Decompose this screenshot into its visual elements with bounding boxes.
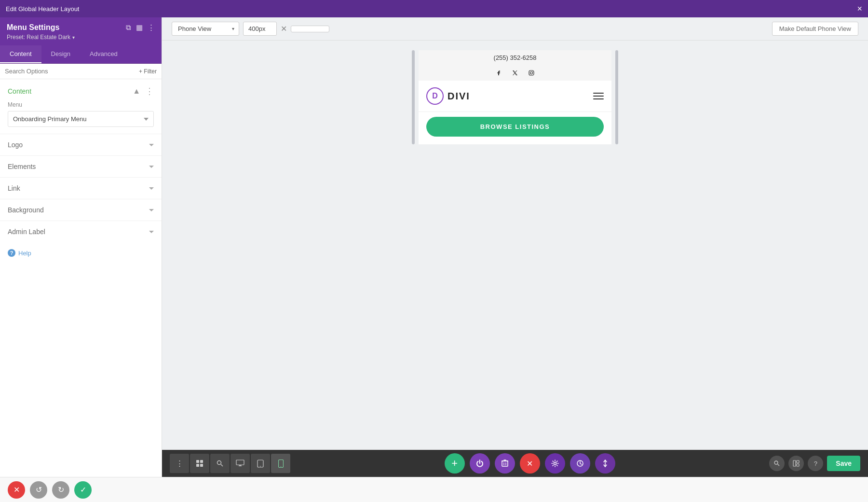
view-select-wrap: Phone View Tablet View Desktop View ▾ — [172, 22, 239, 36]
link-section-label: Link — [8, 184, 20, 192]
svg-point-24 — [774, 461, 778, 464]
add-button[interactable]: + — [445, 453, 465, 474]
svg-rect-3 — [196, 460, 199, 463]
toolbar-grid-button[interactable] — [190, 454, 209, 473]
logo-chevron-icon — [149, 144, 154, 146]
phone-frame: (255) 352-6258 — [419, 50, 611, 144]
link-section-header[interactable]: Link — [0, 178, 162, 199]
bottom-center-tools: + ✕ — [290, 453, 769, 474]
elements-section-label: Elements — [8, 163, 36, 170]
make-default-button[interactable]: Make Default Phone View — [772, 22, 858, 36]
arrows-button[interactable] — [595, 453, 615, 474]
site-header-topbar: (255) 352-6258 — [419, 50, 611, 65]
content-section-title: Content — [8, 87, 31, 95]
help-label: Help — [18, 250, 31, 257]
admin-label-section: Admin Label — [0, 221, 162, 242]
divi-text: DIVI — [448, 91, 470, 102]
confirm-button[interactable]: ✓ — [74, 481, 92, 499]
bottom-toolbar: ⋮ — [162, 450, 868, 477]
background-section-header[interactable]: Background — [0, 199, 162, 221]
logo-section-label: Logo — [8, 141, 23, 149]
toolbar-tablet-button[interactable] — [251, 454, 270, 473]
preview-toolbar: Phone View Tablet View Desktop View ▾ ✕ … — [162, 17, 868, 41]
more-options-icon[interactable]: ⋮ — [148, 23, 155, 32]
menu-label: Menu — [8, 101, 154, 108]
svg-rect-16 — [502, 461, 508, 466]
power-button[interactable] — [470, 453, 490, 474]
svg-point-21 — [554, 462, 556, 465]
link-chevron-icon — [149, 187, 154, 190]
toolbar-phone-button[interactable] — [271, 454, 290, 473]
view-select[interactable]: Phone View Tablet View Desktop View — [172, 22, 239, 36]
browse-listings-button[interactable]: BROWSE LISTINGS — [426, 117, 604, 137]
panel-preset: Preset: Real Estate Dark ▾ — [7, 34, 75, 41]
panel-header: Menu Settings Preset: Real Estate Dark ▾… — [0, 17, 162, 45]
phone-frame-wrapper: (255) 352-6258 — [419, 50, 611, 144]
panel-content: Content ▲ ⋮ Menu Onboarding Primary Menu — [0, 79, 162, 477]
menu-select[interactable]: Onboarding Primary Menu — [8, 111, 154, 127]
browse-btn-wrap: BROWSE LISTINGS — [419, 112, 611, 144]
redo-button[interactable]: ↻ — [52, 481, 69, 499]
link-section: Link — [0, 177, 162, 199]
divi-logo: D DIVI — [426, 87, 470, 105]
hamburger-line-2 — [593, 96, 604, 97]
tab-content[interactable]: Content — [0, 45, 41, 63]
svg-rect-26 — [793, 460, 796, 466]
toolbar-layout-right-button[interactable] — [788, 456, 804, 471]
admin-label-chevron-icon — [149, 231, 154, 233]
left-panel: Menu Settings Preset: Real Estate Dark ▾… — [0, 17, 162, 477]
hamburger-line-3 — [593, 98, 604, 99]
preset-arrow-icon: ▾ — [72, 35, 75, 40]
panel-title: Menu Settings — [7, 23, 75, 32]
hamburger-menu-icon[interactable] — [593, 93, 604, 99]
background-section: Background — [0, 199, 162, 221]
content-section-header[interactable]: Content ▲ ⋮ — [0, 79, 162, 101]
svg-point-7 — [217, 461, 221, 465]
svg-rect-5 — [196, 464, 199, 467]
svg-rect-9 — [236, 460, 244, 465]
tab-advanced[interactable]: Advanced — [80, 45, 127, 63]
layout-icon[interactable]: ▦ — [136, 23, 143, 32]
width-input[interactable] — [243, 22, 277, 36]
background-section-label: Background — [8, 206, 44, 214]
search-bar: + Filter — [0, 64, 162, 79]
search-input[interactable] — [5, 68, 136, 75]
history-button[interactable] — [570, 453, 590, 474]
close-button[interactable]: × — [857, 4, 862, 14]
menu-field: Menu Onboarding Primary Menu — [0, 101, 162, 134]
elements-section-header[interactable]: Elements — [0, 156, 162, 177]
toolbar-help-right-button[interactable]: ? — [808, 456, 823, 471]
close-action-button[interactable]: ✕ — [520, 453, 540, 474]
width-display — [291, 26, 329, 32]
logo-section-header[interactable]: Logo — [0, 134, 162, 155]
instagram-icon[interactable] — [527, 68, 536, 78]
svg-point-15 — [280, 466, 281, 467]
resize-right-handle[interactable] — [615, 50, 618, 144]
toolbar-search-right-button[interactable] — [769, 456, 785, 471]
duplicate-icon[interactable]: ⧉ — [126, 23, 131, 32]
width-close-button[interactable]: ✕ — [281, 24, 287, 33]
help-section[interactable]: ? Help — [0, 242, 162, 264]
toolbar-dots-button[interactable]: ⋮ — [170, 454, 189, 473]
filter-button[interactable]: + Filter — [139, 68, 157, 75]
admin-label-section-header[interactable]: Admin Label — [0, 221, 162, 242]
undo-button[interactable]: ↺ — [30, 481, 47, 499]
help-icon: ? — [8, 249, 15, 257]
save-button[interactable]: Save — [827, 456, 860, 471]
facebook-icon[interactable] — [494, 68, 503, 78]
tab-design[interactable]: Design — [41, 45, 80, 63]
x-twitter-icon[interactable] — [510, 68, 520, 78]
trash-button[interactable] — [495, 453, 515, 474]
bottom-action-bar: ✕ ↺ ↻ ✓ — [0, 477, 868, 502]
resize-left-handle[interactable] — [412, 50, 415, 144]
content-dots-icon[interactable]: ⋮ — [145, 86, 154, 97]
svg-point-1 — [530, 72, 533, 74]
svg-line-8 — [221, 464, 223, 466]
cancel-button[interactable]: ✕ — [8, 481, 25, 499]
main-layout: Menu Settings Preset: Real Estate Dark ▾… — [0, 17, 868, 477]
svg-line-25 — [778, 464, 780, 466]
settings-button[interactable] — [545, 453, 565, 474]
toolbar-desktop-button[interactable] — [231, 454, 250, 473]
bottom-right-tools: ? Save — [769, 456, 860, 471]
toolbar-search-button[interactable] — [210, 454, 230, 473]
